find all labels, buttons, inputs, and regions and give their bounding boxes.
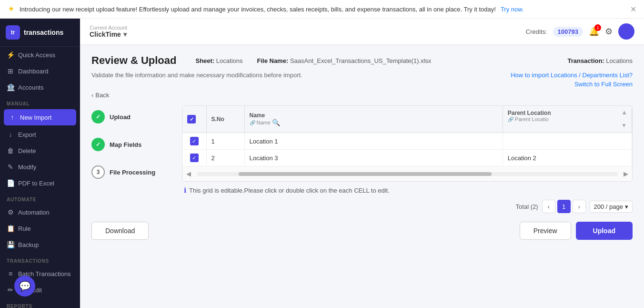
- sidebar-item-label: Quick Access: [18, 51, 55, 59]
- try-now-link[interactable]: Try now.: [501, 6, 524, 13]
- notification-button[interactable]: 🔔 1: [589, 26, 599, 37]
- pagination-row: Total (2) ‹ 1 › 200 / page ▾: [182, 194, 633, 215]
- backup-icon: 💾: [7, 241, 14, 248]
- account-name: ClickTime: [90, 31, 121, 38]
- user-avatar[interactable]: [618, 23, 634, 40]
- th-parent: Parent Location 🔗 Parent Locatio ▼: [503, 106, 632, 133]
- search-icon[interactable]: 🔍: [272, 119, 280, 126]
- new-import-icon: ↑: [9, 113, 16, 121]
- how-to-import-link[interactable]: How to import Locations / Departments Li…: [511, 72, 633, 79]
- th-sno: S.No: [206, 106, 244, 133]
- credits-value: 100793: [553, 27, 583, 37]
- scroll-right-icon[interactable]: ▶: [620, 168, 632, 179]
- sidebar-item-pdf-to-excel[interactable]: 📄 PDF to Excel: [0, 175, 80, 191]
- sidebar-item-export[interactable]: ↓ Export: [0, 126, 80, 143]
- account-label: Current Account: [90, 25, 127, 31]
- sidebar: tr transactions ⚡ Quick Access ⊞ Dashboa…: [0, 19, 80, 308]
- section-automate: AUTOMATE: [0, 191, 80, 204]
- sidebar-item-label: Accounts: [18, 84, 43, 91]
- settings-icon[interactable]: ⚙: [605, 26, 613, 37]
- data-table-container: ▲ S.No Name: [182, 105, 633, 182]
- sidebar-item-dashboard[interactable]: ⊞ Dashboard: [0, 63, 80, 79]
- sidebar-item-batch-transactions[interactable]: ≡ Batch Transactions: [0, 266, 80, 282]
- back-link[interactable]: ‹ Back: [91, 92, 633, 99]
- section-reports: REPORTS: [0, 298, 80, 308]
- prev-page-button[interactable]: ‹: [542, 200, 555, 213]
- footer-actions: Download Preview Upload: [91, 215, 633, 242]
- row1-name[interactable]: Location 1: [244, 133, 503, 150]
- chevron-down-icon: ▾: [123, 31, 127, 38]
- scroll-track[interactable]: [197, 172, 618, 176]
- scroll-down-icon[interactable]: ▼: [621, 122, 627, 129]
- preview-button[interactable]: Preview: [520, 222, 571, 240]
- export-icon: ↓: [7, 131, 14, 138]
- sheet-info: Sheet: Locations: [195, 57, 242, 64]
- scroll-up-icon[interactable]: ▲: [621, 109, 627, 116]
- row1-checkbox[interactable]: [190, 137, 199, 145]
- row2-checkbox-cell[interactable]: [182, 150, 206, 166]
- sidebar-item-modify[interactable]: ✎ Modify: [0, 159, 80, 175]
- select-all-checkbox[interactable]: [187, 115, 196, 123]
- review-subtitle: Validate the file information and make n…: [91, 72, 302, 79]
- download-button[interactable]: Download: [91, 222, 149, 240]
- sidebar-item-new-import[interactable]: ↑ New Import: [4, 109, 76, 125]
- step-map-fields: ✓ Map Fields: [91, 138, 172, 151]
- close-icon[interactable]: ✕: [630, 5, 636, 14]
- info-icon: ℹ: [184, 186, 186, 194]
- current-page-button[interactable]: 1: [557, 200, 571, 213]
- account-name-dropdown[interactable]: ClickTime ▾: [90, 31, 127, 38]
- top-bar: Current Account ClickTime ▾ Credits: 100…: [80, 19, 644, 45]
- row1-parent[interactable]: [503, 133, 632, 150]
- back-label: Back: [95, 92, 109, 99]
- pdf-excel-icon: 📄: [7, 179, 14, 187]
- th-name: Name 🔗 Name 🔍: [244, 106, 503, 133]
- table-row: 2 Location 3 Location 2: [182, 150, 632, 166]
- footer-right-buttons: Preview Upload: [520, 222, 633, 240]
- link-icon: 🔗: [250, 120, 255, 125]
- grid-info: ℹ This grid is editable.Please click or …: [182, 182, 633, 194]
- star-icon: ✦: [8, 4, 15, 14]
- row2-parent[interactable]: Location 2: [503, 150, 632, 166]
- scroll-thumb[interactable]: [239, 172, 491, 176]
- per-page-select[interactable]: 200 / page ▾: [590, 201, 633, 213]
- step-mapfields-label: Map Fields: [110, 141, 141, 148]
- sidebar-item-delete[interactable]: 🗑 Delete: [0, 143, 80, 159]
- next-page-button[interactable]: ›: [573, 200, 586, 213]
- sidebar-item-live-edit[interactable]: ✏ Live Edit: [0, 282, 80, 298]
- logo-icon: tr: [6, 25, 20, 40]
- chat-bubble[interactable]: 💬: [14, 276, 35, 297]
- filename-info: File Name: SaasAnt_Excel_Transactions_US…: [257, 57, 432, 64]
- section-manual: MANUAL: [0, 95, 80, 108]
- announcement-bar: ✦ Introducing our new receipt upload fea…: [0, 0, 644, 19]
- row1-sno[interactable]: 1: [206, 133, 244, 150]
- sidebar-item-label: Dashboard: [18, 68, 49, 75]
- sidebar-item-automation[interactable]: ⚙ Automation: [0, 204, 80, 220]
- step-fileprocessing-circle: 3: [91, 165, 105, 179]
- dashboard-icon: ⊞: [7, 67, 14, 75]
- step-upload: ✓ Upload: [91, 110, 172, 123]
- row1-checkbox-cell[interactable]: [182, 133, 206, 150]
- logo-text: transactions: [24, 29, 63, 36]
- step-mapfields-circle: ✓: [91, 138, 105, 151]
- sidebar-item-label: New Import: [20, 114, 51, 121]
- horizontal-scrollbar[interactable]: ◀ ▶: [182, 166, 632, 181]
- sidebar-item-rule[interactable]: 📋 Rule: [0, 220, 80, 236]
- sidebar-item-label: Rule: [18, 225, 31, 232]
- automation-icon: ⚙: [7, 208, 14, 216]
- quick-access-icon: ⚡: [7, 51, 14, 59]
- sidebar-item-accounts[interactable]: 🏦 Accounts: [0, 79, 80, 95]
- row2-sno[interactable]: 2: [206, 150, 244, 166]
- live-edit-icon: ✏: [7, 286, 14, 294]
- row2-name[interactable]: Location 3: [244, 150, 503, 166]
- upload-button[interactable]: Upload: [576, 222, 633, 240]
- sidebar-item-quick-access[interactable]: ⚡ Quick Access: [0, 47, 80, 63]
- table-row: 1 Location 1: [182, 133, 632, 150]
- data-table: S.No Name 🔗 Name 🔍: [182, 106, 632, 166]
- sidebar-item-backup[interactable]: 💾 Backup: [0, 236, 80, 253]
- back-arrow-icon: ‹: [91, 92, 93, 99]
- sidebar-logo: tr transactions: [0, 19, 80, 47]
- row2-checkbox[interactable]: [190, 154, 199, 162]
- fullscreen-link[interactable]: Switch to Full Screen: [574, 81, 633, 88]
- scroll-left-icon[interactable]: ◀: [182, 168, 195, 179]
- sidebar-item-label: Automation: [18, 209, 50, 216]
